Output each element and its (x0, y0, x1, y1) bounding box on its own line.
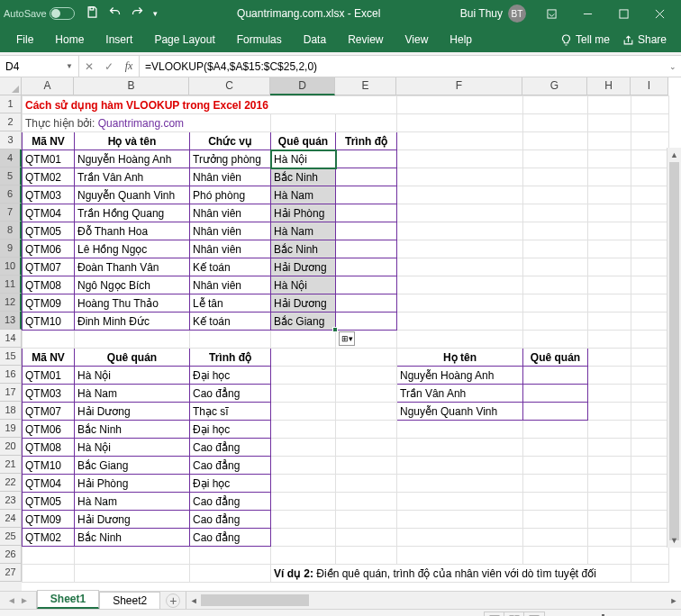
cell-I6[interactable] (631, 186, 669, 204)
sheet-prev-icon[interactable]: ◄ (7, 595, 16, 605)
col-header-C[interactable]: C (189, 77, 270, 95)
cell-G20[interactable] (523, 439, 588, 457)
normal-view-icon[interactable] (485, 612, 504, 617)
cell-I21[interactable] (631, 457, 669, 475)
cell-G24[interactable] (523, 511, 588, 529)
cell-F2[interactable] (397, 114, 523, 132)
cell-A15[interactable]: Mã NV (23, 349, 75, 367)
cell-G6[interactable] (523, 186, 588, 204)
cell-B12[interactable]: Hoàng Thu Thảo (75, 294, 190, 313)
autosave-toggle[interactable]: AutoSave (4, 7, 75, 20)
cell-A7[interactable]: QTM04 (23, 204, 75, 222)
cell-F14[interactable] (397, 331, 523, 349)
cell-A23[interactable]: QTM05 (23, 493, 75, 511)
cell-A16[interactable]: QTM01 (23, 367, 75, 385)
cell-G15[interactable]: Quê quán (523, 349, 588, 367)
cell-B7[interactable]: Trần Hồng Quang (75, 204, 190, 222)
row-header-20[interactable]: 20 (0, 438, 22, 456)
cell-I7[interactable] (631, 204, 669, 222)
cell-E19[interactable] (336, 421, 397, 439)
cell-B10[interactable]: Đoàn Thanh Vân (75, 258, 190, 276)
cell-H7[interactable] (588, 204, 631, 222)
cell-G12[interactable] (523, 294, 588, 313)
col-header-D[interactable]: D (270, 77, 335, 95)
cell-C23[interactable]: Cao đẳng (190, 493, 271, 511)
cell-E16[interactable] (336, 367, 397, 385)
cell-C5[interactable]: Nhân viên (190, 168, 271, 186)
cell-B17[interactable]: Hà Nam (75, 385, 190, 403)
cell-H24[interactable] (588, 511, 631, 529)
row-header-9[interactable]: 9 (0, 240, 22, 258)
row-header-22[interactable]: 22 (0, 474, 22, 492)
cell-I19[interactable] (631, 421, 669, 439)
row-header-19[interactable]: 19 (0, 420, 22, 438)
cell-H17[interactable] (588, 385, 631, 403)
cell-H10[interactable] (588, 258, 631, 276)
cell-C20[interactable]: Cao đẳng (190, 439, 271, 457)
cell-E22[interactable] (336, 475, 397, 493)
sheet-next-icon[interactable]: ► (20, 595, 29, 605)
cell-A19[interactable]: QTM06 (23, 421, 75, 439)
cell-G11[interactable] (523, 276, 588, 294)
cell-B27[interactable] (75, 565, 190, 583)
cell-C25[interactable]: Cao đẳng (190, 529, 271, 547)
cell-C22[interactable]: Đại học (190, 475, 271, 493)
cell-C11[interactable]: Nhân viên (190, 276, 271, 294)
cell-D14[interactable] (271, 331, 336, 349)
cell-C12[interactable]: Lễ tân (190, 294, 271, 313)
tab-data[interactable]: Data (293, 27, 337, 52)
cell-F25[interactable] (397, 529, 523, 547)
cell-G2[interactable] (523, 114, 588, 132)
cell-D11[interactable]: Hà Nội (271, 276, 336, 294)
row-header-4[interactable]: 4 (0, 149, 22, 168)
cell-C24[interactable]: Cao đẳng (190, 511, 271, 529)
add-sheet-button[interactable]: + (166, 593, 180, 608)
cell-G9[interactable] (523, 240, 588, 258)
cell-D4[interactable]: Hà Nội (271, 150, 336, 168)
cell-I24[interactable] (631, 511, 669, 529)
cell-G26[interactable] (523, 547, 588, 565)
cell-A21[interactable]: QTM10 (23, 457, 75, 475)
cell-I27[interactable] (631, 565, 669, 583)
vertical-scrollbar[interactable]: ▲ ▼ (667, 148, 681, 548)
cell-H5[interactable] (588, 168, 631, 186)
cell-E13[interactable] (336, 313, 397, 331)
cell-B11[interactable]: Ngô Ngọc Bích (75, 276, 190, 294)
cell-A6[interactable]: QTM03 (23, 186, 75, 204)
row-header-13[interactable]: 13 (0, 312, 22, 330)
row-header-18[interactable]: 18 (0, 402, 22, 420)
row-header-8[interactable]: 8 (0, 222, 22, 240)
cell-F9[interactable] (397, 240, 523, 258)
minimize-button[interactable] (569, 0, 605, 27)
cell-G25[interactable] (523, 529, 588, 547)
maximize-button[interactable] (605, 0, 641, 27)
row-header-24[interactable]: 24 (0, 510, 22, 528)
cell-E25[interactable] (336, 529, 397, 547)
tell-me-button[interactable]: Tell me (560, 33, 610, 46)
row-header-21[interactable]: 21 (0, 456, 22, 474)
cell-H16[interactable] (588, 367, 631, 385)
cell-D25[interactable] (271, 529, 336, 547)
cell-A3[interactable]: Mã NV (23, 132, 75, 150)
cell-D18[interactable] (271, 403, 336, 421)
cell-H18[interactable] (588, 403, 631, 421)
cell-I12[interactable] (631, 294, 669, 313)
cell-E5[interactable] (336, 168, 397, 186)
cell-G8[interactable] (523, 222, 588, 240)
cell-I8[interactable] (631, 222, 669, 240)
redo-icon[interactable] (131, 5, 144, 22)
cell-G14[interactable] (523, 331, 588, 349)
row-header-27[interactable]: 27 (0, 564, 22, 582)
cell-C14[interactable] (190, 331, 271, 349)
expand-formula-bar-icon[interactable]: ⌄ (665, 56, 681, 77)
cell-I4[interactable] (631, 150, 669, 168)
cell-F26[interactable] (397, 547, 523, 565)
cell-H26[interactable] (588, 547, 631, 565)
cell-F6[interactable] (397, 186, 523, 204)
cell-H23[interactable] (588, 493, 631, 511)
col-header-I[interactable]: I (631, 77, 668, 95)
cell-H20[interactable] (588, 439, 631, 457)
scroll-up-icon[interactable]: ▲ (667, 148, 681, 162)
cell-H22[interactable] (588, 475, 631, 493)
dropdown-icon[interactable]: ▼ (66, 62, 73, 70)
